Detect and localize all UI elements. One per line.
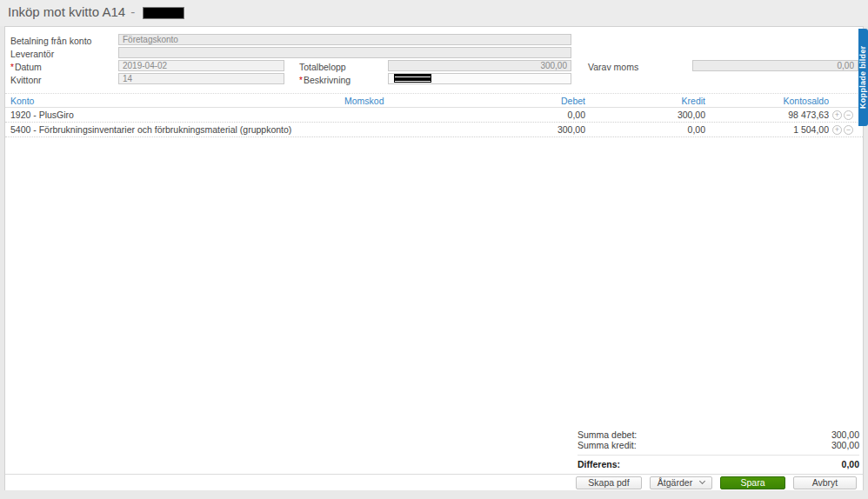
total-amount-input[interactable] [388,60,571,71]
plus-icon: + [835,125,839,134]
credit-cell[interactable]: 0,00 [610,123,705,137]
plus-icon: + [835,110,839,119]
payment-account-label: Betalning från konto [10,36,91,46]
save-button[interactable]: Spara [720,476,785,489]
description-label: *Beskrivning [299,75,351,85]
footer-action-bar: Skapa pdf Åtgärder Spara Avbryt [5,474,863,490]
difference-label: Differens: [578,460,620,470]
remove-row-button[interactable]: − [844,125,853,135]
actions-dropdown-button[interactable]: Åtgärder [650,476,712,489]
voucher-panel: Betalning från konto Leverantör *Datum K… [4,26,864,490]
total-amount-label: Totalbelopp [299,62,346,72]
table-top-divider [5,93,863,94]
debit-cell[interactable]: 300,00 [488,123,585,137]
table-row[interactable]: 5400 - Förbrukningsinventarier och förbr… [5,123,863,137]
totals-summary: Summa debet: 300,00 Summa kredit: 300,00… [578,430,859,470]
vat-amount-input[interactable] [692,60,858,71]
column-header-account[interactable]: Konto [10,96,34,107]
sum-credit-value: 300,00 [831,441,859,451]
add-row-button[interactable]: + [832,110,842,120]
sum-credit-row: Summa kredit: 300,00 [578,441,859,451]
difference-row: Differens: 0,00 [578,455,859,470]
cancel-button[interactable]: Avbryt [793,476,857,489]
supplier-input[interactable] [118,47,571,58]
page-title-text: Inköp mot kvitto A14 [8,4,125,19]
vat-code-cell[interactable] [344,108,475,123]
page-title-separator: - [130,4,135,19]
sum-debit-label: Summa debet: [578,430,637,441]
payment-account-input[interactable] [118,34,571,45]
add-row-button[interactable]: + [832,125,842,135]
attached-images-tab[interactable]: Kopplade bilder [858,29,868,126]
column-header-vat-code[interactable]: Momskod [344,96,384,107]
receipt-number-label: Kvittonr [10,75,42,85]
sum-debit-value: 300,00 [831,430,859,441]
create-pdf-button[interactable]: Skapa pdf [576,476,642,489]
difference-value: 0,00 [842,460,859,470]
account-cell[interactable]: 1920 - PlusGiro [10,108,339,123]
account-balance-cell: 98 473,63 [731,108,829,123]
redacted-document-name [143,7,184,19]
credit-cell[interactable]: 300,00 [610,108,705,123]
debit-cell[interactable]: 0,00 [488,108,585,123]
sum-debit-row: Summa debet: 300,00 [578,430,859,441]
account-balance-cell: 1 504,00 [731,123,829,137]
sum-credit-label: Summa kredit: [578,441,637,451]
account-cell[interactable]: 5400 - Förbrukningsinventarier och förbr… [10,123,339,137]
table-header-row: Konto Momskod Debet Kredit Kontosaldo [5,96,863,108]
minus-icon: − [846,125,851,134]
remove-row-button[interactable]: − [844,110,853,120]
redacted-description-value [394,74,431,83]
attached-images-tab-label: Kopplade bilder [858,46,867,110]
table-row[interactable]: 1920 - PlusGiro 0,00 300,00 98 473,63 + … [5,108,863,123]
date-input[interactable] [118,60,284,71]
required-marker: * [10,63,14,72]
date-label: *Datum [10,62,42,72]
vat-code-cell[interactable] [344,123,475,137]
page-title: Inköp mot kvitto A14 - [8,4,184,19]
chevron-down-icon [699,478,705,484]
vat-amount-label: Varav moms [588,62,638,72]
title-bar: Inköp mot kvitto A14 - [0,0,868,26]
minus-icon: − [846,110,851,119]
supplier-label: Leverantör [10,49,54,59]
required-marker: * [299,76,303,85]
receipt-number-input[interactable] [118,73,284,84]
